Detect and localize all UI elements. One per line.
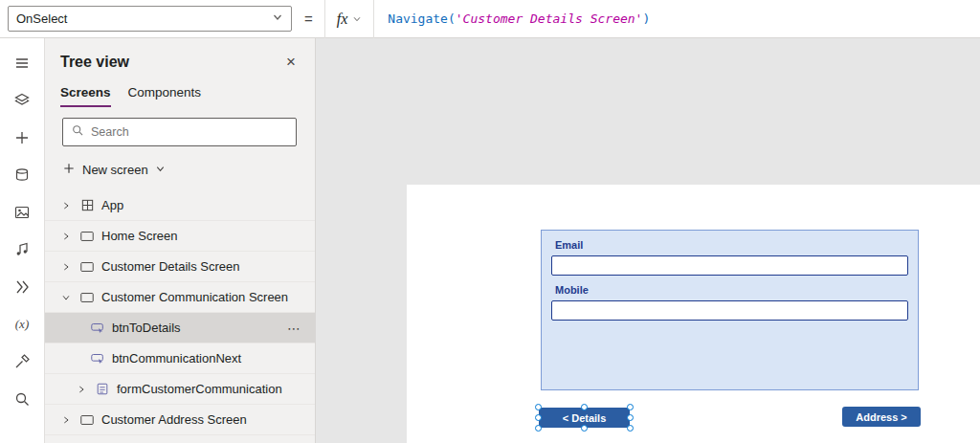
close-icon[interactable]: × [280, 52, 301, 72]
tree-row-customer-address-screen[interactable]: Customer Address Screen [45, 405, 315, 435]
formula-input[interactable]: Navigate('Customer Details Screen') [388, 11, 980, 26]
new-screen-button[interactable]: New screen [62, 156, 315, 183]
search-icon [71, 123, 84, 141]
chevron-expanded-icon[interactable] [58, 290, 73, 305]
chevron-right-icon[interactable] [58, 259, 73, 275]
selection-handle[interactable] [535, 425, 542, 432]
mobile-input[interactable] [551, 300, 908, 321]
email-input[interactable] [551, 255, 908, 276]
tree-row-label: Customer Address Screen [101, 412, 247, 427]
canvas-region: Email Mobile < Details Address > [316, 38, 980, 443]
tree-search-box [62, 118, 297, 146]
chevron-right-icon[interactable] [58, 229, 73, 244]
button-control-icon [89, 321, 106, 336]
tree-row-btn-to-details[interactable]: btnToDetails ⋯ [45, 313, 315, 343]
tree-row-label: btnCommunicationNext [112, 351, 241, 365]
left-navigation-rail: (x) [0, 38, 45, 443]
formula-bar: OnSelect = fx Navigate('Customer Details… [0, 0, 980, 38]
property-selector-dropdown[interactable]: OnSelect [8, 6, 292, 32]
fx-button[interactable]: fx [324, 0, 375, 38]
tree-row-label: App [101, 198, 123, 212]
formula-close-paren: ) [642, 11, 650, 26]
app-artboard: Email Mobile < Details Address > [407, 185, 980, 443]
search-icon[interactable] [7, 384, 37, 414]
variables-icon[interactable]: (x) [7, 309, 37, 340]
tree-row-label: Home Screen [101, 229, 177, 243]
selection-handle[interactable] [581, 404, 588, 410]
tree-row-label: Customer Details Screen [101, 259, 240, 274]
chevron-right-icon[interactable] [58, 412, 73, 428]
panel-title: Tree view [60, 54, 129, 71]
tree-view-header: Tree view × [45, 38, 315, 72]
screen-icon [78, 290, 96, 305]
form-customer-communication: Email Mobile [541, 230, 919, 390]
data-icon[interactable] [7, 160, 37, 190]
chevron-right-icon[interactable] [74, 382, 88, 397]
media-audio-icon[interactable] [7, 234, 37, 265]
selection-handle[interactable] [535, 414, 542, 421]
address-button[interactable]: Address > [842, 407, 921, 427]
advanced-tools-icon[interactable] [7, 346, 37, 377]
address-button-label: Address > [856, 411, 907, 423]
tree-row-customer-communication-screen[interactable]: Customer Communication Screen [45, 282, 315, 313]
row-overflow-button[interactable]: ⋯ [287, 321, 301, 336]
selected-control-wrapper: < Details [539, 408, 630, 428]
formula-function: Navigate( [388, 11, 455, 26]
details-button-label: < Details [563, 412, 607, 424]
new-screen-label: New screen [82, 163, 148, 177]
chevron-down-icon [155, 163, 166, 177]
selection-handle[interactable] [627, 404, 634, 410]
chevron-right-icon[interactable] [58, 198, 73, 213]
screen-icon [78, 229, 96, 244]
tree-row-btn-communication-next[interactable]: btnCommunicationNext [45, 343, 315, 374]
insert-icon[interactable] [7, 122, 37, 153]
selection-handle[interactable] [535, 404, 542, 410]
tree-row-label: formCustomerCommunication [117, 382, 282, 396]
form-control-icon [94, 382, 111, 397]
mobile-label: Mobile [555, 284, 589, 296]
screen-icon [78, 412, 96, 428]
power-automate-icon[interactable] [7, 272, 37, 302]
tree-rows: App Home Screen Customer Details Screen … [45, 190, 315, 435]
fx-label: fx [337, 11, 348, 28]
tree-row-customer-details-screen[interactable]: Customer Details Screen [45, 252, 315, 282]
chevron-down-icon [272, 11, 283, 26]
tree-row-app[interactable]: App [45, 190, 315, 221]
tree-row-label: btnToDetails [112, 321, 181, 335]
variables-glyph: (x) [15, 317, 29, 332]
tree-view-icon[interactable] [7, 85, 37, 116]
screen-icon [78, 259, 96, 275]
tree-row-label: Customer Communication Screen [101, 290, 288, 304]
tree-row-form-customer-communication[interactable]: formCustomerCommunication [45, 374, 315, 405]
tab-screens[interactable]: Screens [60, 85, 111, 107]
menu-icon[interactable] [7, 48, 37, 78]
search-input[interactable] [91, 125, 288, 139]
app-icon [78, 198, 96, 213]
tree-view-tabs: Screens Components [45, 72, 315, 107]
selection-handle[interactable] [581, 425, 588, 432]
property-selector-value: OnSelect [16, 11, 67, 26]
email-label: Email [555, 239, 583, 251]
tree-row-home-screen[interactable]: Home Screen [45, 221, 315, 252]
chevron-down-icon [352, 11, 362, 28]
formula-string-argument: 'Customer Details Screen' [456, 11, 643, 26]
tree-view-panel: Tree view × Screens Components New scree… [45, 38, 316, 443]
selection-handle[interactable] [627, 414, 634, 421]
tab-components[interactable]: Components [128, 85, 202, 107]
button-control-icon [89, 351, 106, 366]
selection-handle[interactable] [627, 425, 634, 432]
equals-sign: = [304, 11, 313, 27]
plus-icon [62, 162, 76, 178]
media-icon[interactable] [7, 197, 37, 228]
